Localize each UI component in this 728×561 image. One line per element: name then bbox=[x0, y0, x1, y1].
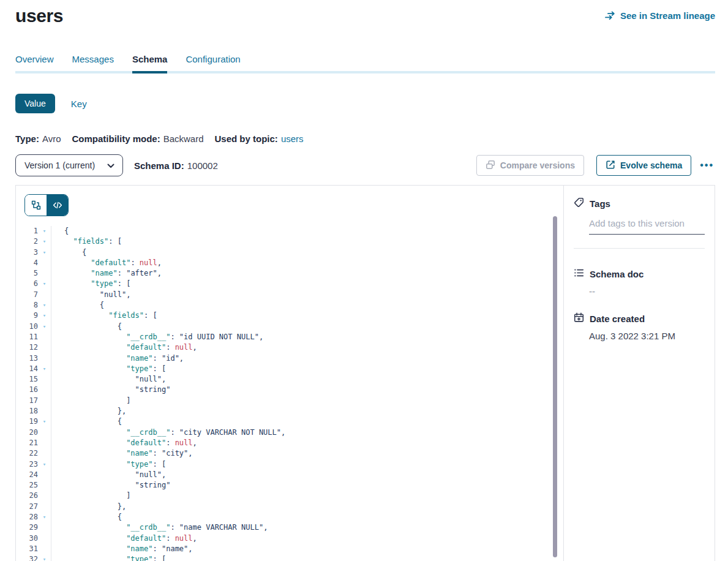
code-text: "__crdb__": "name VARCHAR NULL", bbox=[51, 522, 268, 533]
code-line[interactable]: 27}, bbox=[16, 502, 563, 512]
tab-schema[interactable]: Schema bbox=[132, 54, 168, 73]
code-text: { bbox=[51, 300, 104, 311]
topic-link[interactable]: users bbox=[281, 134, 304, 144]
code-line[interactable]: 17] bbox=[16, 396, 563, 406]
code-line[interactable]: 29"__crdb__": "name VARCHAR NULL", bbox=[16, 522, 563, 533]
code-line[interactable]: 32▾"type": [ bbox=[16, 554, 563, 561]
code-lines[interactable]: 1▾{2▾"fields": [3▾{4"default": null,5"na… bbox=[16, 226, 563, 561]
line-number: 14 bbox=[16, 364, 38, 374]
code-text: "__crdb__": "id UUID NOT NULL", bbox=[51, 332, 263, 342]
code-text: "fields": [ bbox=[51, 311, 157, 321]
line-number: 2 bbox=[16, 236, 38, 247]
code-text: { bbox=[51, 322, 122, 332]
compare-versions-button[interactable]: Compare versions bbox=[476, 155, 584, 176]
code-line[interactable]: 24"null", bbox=[16, 470, 563, 480]
line-number: 22 bbox=[16, 448, 38, 459]
code-line[interactable]: 31"name": "name", bbox=[16, 544, 563, 554]
code-text: "null", bbox=[51, 374, 166, 385]
fold-arrow-icon[interactable]: ▾ bbox=[38, 554, 51, 561]
line-number: 18 bbox=[16, 406, 38, 416]
code-line[interactable]: 19▾{ bbox=[16, 416, 563, 427]
schema-doc-heading: Schema doc bbox=[590, 269, 644, 279]
fold-arrow-icon[interactable]: ▾ bbox=[38, 300, 51, 311]
code-line[interactable]: 15"null", bbox=[16, 374, 563, 385]
value-toggle-button[interactable]: Value bbox=[15, 94, 55, 113]
fold-arrow-icon[interactable]: ▾ bbox=[38, 279, 51, 289]
line-number: 19 bbox=[16, 416, 38, 427]
code-line[interactable]: 5"name": "after", bbox=[16, 268, 563, 279]
code-line[interactable]: 11"__crdb__": "id UUID NOT NULL", bbox=[16, 332, 563, 342]
tree-view-icon[interactable] bbox=[25, 195, 47, 216]
code-line[interactable]: 2▾"fields": [ bbox=[16, 236, 563, 247]
fold-arrow-icon[interactable]: ▾ bbox=[38, 236, 51, 247]
fold-arrow-icon[interactable]: ▾ bbox=[38, 311, 51, 321]
evolve-schema-button[interactable]: Evolve schema bbox=[596, 155, 691, 176]
code-line[interactable]: 8▾{ bbox=[16, 300, 563, 311]
code-line[interactable]: 7"null", bbox=[16, 290, 563, 300]
fold-arrow-icon[interactable]: ▾ bbox=[38, 364, 51, 374]
tab-messages[interactable]: Messages bbox=[72, 54, 114, 73]
code-line[interactable]: 25"string" bbox=[16, 480, 563, 491]
code-text: }, bbox=[51, 406, 126, 416]
code-line[interactable]: 21"default": null, bbox=[16, 438, 563, 448]
fold-arrow-icon[interactable]: ▾ bbox=[38, 416, 51, 427]
line-number: 27 bbox=[16, 502, 38, 512]
stream-lineage-link[interactable]: See in Stream lineage bbox=[605, 10, 715, 21]
code-text: "null", bbox=[51, 470, 166, 480]
line-number: 21 bbox=[16, 438, 38, 448]
line-number: 28 bbox=[16, 512, 38, 522]
code-line[interactable]: 9▾"fields": [ bbox=[16, 311, 563, 321]
line-number: 8 bbox=[16, 300, 38, 311]
evolve-schema-icon bbox=[606, 160, 615, 171]
schema-page: users See in Stream lineage Overview Mes… bbox=[0, 0, 728, 561]
fold-arrow-icon[interactable]: ▾ bbox=[38, 512, 51, 522]
code-text: "default": null, bbox=[51, 342, 197, 353]
fold-gutter bbox=[38, 332, 51, 342]
code-line[interactable]: 4"default": null, bbox=[16, 258, 563, 268]
date-created-icon bbox=[574, 312, 584, 325]
code-line[interactable]: 6▾"type": [ bbox=[16, 279, 563, 289]
line-number: 12 bbox=[16, 342, 38, 353]
code-line[interactable]: 10▾{ bbox=[16, 322, 563, 332]
code-view-icon[interactable] bbox=[47, 195, 68, 216]
schema-doc-value: -- bbox=[589, 286, 705, 296]
code-line[interactable]: 3▾{ bbox=[16, 247, 563, 258]
tags-heading: Tags bbox=[590, 198, 610, 209]
key-toggle-button[interactable]: Key bbox=[71, 99, 87, 109]
meta-type: Type: Avro bbox=[15, 134, 61, 144]
code-line[interactable]: 16"string" bbox=[16, 385, 563, 395]
code-line[interactable]: 1▾{ bbox=[16, 226, 563, 236]
schema-card: 1▾{2▾"fields": [3▾{4"default": null,5"na… bbox=[15, 185, 715, 561]
fold-gutter bbox=[38, 533, 51, 544]
stream-lineage-icon bbox=[605, 11, 615, 20]
line-number: 10 bbox=[16, 322, 38, 332]
code-line[interactable]: 14▾"type": [ bbox=[16, 364, 563, 374]
fold-arrow-icon[interactable]: ▾ bbox=[38, 322, 51, 332]
add-tags-input[interactable] bbox=[589, 218, 705, 235]
fold-arrow-icon[interactable]: ▾ bbox=[38, 226, 51, 236]
line-number: 3 bbox=[16, 247, 38, 258]
fold-arrow-icon[interactable]: ▾ bbox=[38, 459, 51, 470]
version-select[interactable]: Version 1 (current) bbox=[15, 154, 123, 176]
code-line[interactable]: 20"__crdb__": "city VARCHAR NOT NULL", bbox=[16, 427, 563, 438]
line-number: 30 bbox=[16, 533, 38, 544]
code-text: "type": [ bbox=[51, 364, 166, 374]
more-options-icon[interactable]: ••• bbox=[699, 160, 715, 171]
fold-gutter bbox=[38, 480, 51, 491]
tab-overview[interactable]: Overview bbox=[15, 54, 54, 73]
code-line[interactable]: 23▾"type": [ bbox=[16, 459, 563, 470]
fold-arrow-icon[interactable]: ▾ bbox=[38, 247, 51, 258]
tab-configuration[interactable]: Configuration bbox=[186, 54, 240, 73]
line-number: 13 bbox=[16, 353, 38, 364]
fold-gutter bbox=[38, 258, 51, 268]
code-line[interactable]: 26] bbox=[16, 491, 563, 501]
code-line[interactable]: 30"default": null, bbox=[16, 533, 563, 544]
code-line[interactable]: 12"default": null, bbox=[16, 342, 563, 353]
code-line[interactable]: 18}, bbox=[16, 406, 563, 416]
editor-scrollbar[interactable] bbox=[553, 216, 557, 557]
schema-doc-icon bbox=[574, 268, 584, 280]
code-line[interactable]: 13"name": "id", bbox=[16, 353, 563, 364]
code-line[interactable]: 28▾{ bbox=[16, 512, 563, 522]
value-key-toggle: Value Key bbox=[15, 94, 715, 113]
code-line[interactable]: 22"name": "city", bbox=[16, 448, 563, 459]
